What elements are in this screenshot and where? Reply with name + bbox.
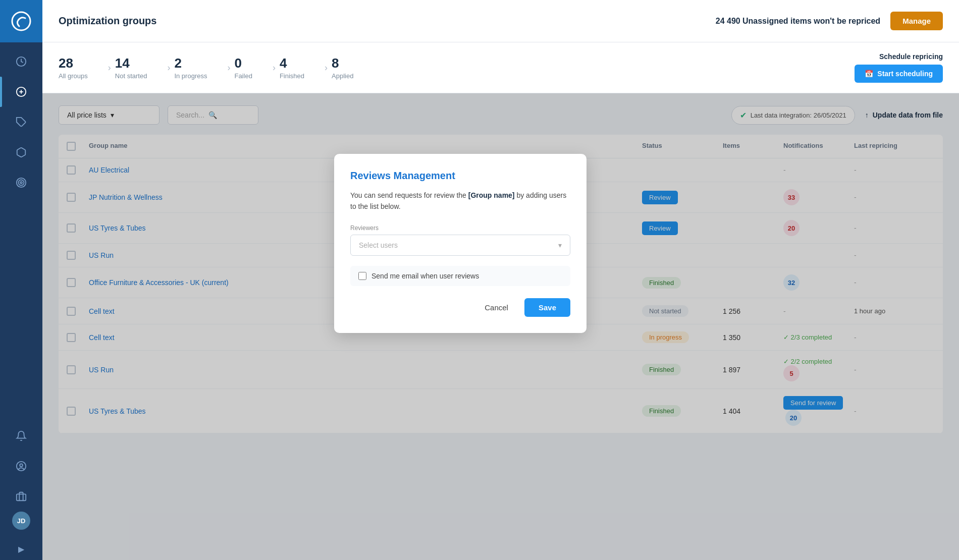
svg-point-10 xyxy=(20,464,23,467)
schedule-section: Schedule repricing 📅 Start scheduling xyxy=(855,52,943,83)
sidebar-item-targets[interactable] xyxy=(0,167,42,198)
calendar-icon: 📅 xyxy=(865,70,873,78)
content-area: All price lists ▾ Search... 🔍 ✔ Last dat… xyxy=(42,93,959,560)
unassigned-count: 24 490 Unassigned items won't be reprice… xyxy=(716,17,880,26)
svg-point-0 xyxy=(12,12,30,30)
select-users-dropdown[interactable]: Select users ▾ xyxy=(350,235,570,256)
stat-failed: 0 Failed xyxy=(234,55,268,80)
reviewers-label: Reviewers xyxy=(350,225,570,232)
stat-in-progress: 2 In progress xyxy=(174,55,223,80)
manage-button[interactable]: Manage xyxy=(890,12,943,30)
sidebar-item-bell[interactable] xyxy=(0,421,42,451)
modal-description: You can send requests for review the [Gr… xyxy=(350,190,570,212)
reviews-management-modal: Reviews Management You can send requests… xyxy=(334,154,587,333)
modal-actions: Cancel Save xyxy=(350,298,570,317)
sidebar-item-products[interactable] xyxy=(0,137,42,167)
sidebar-item-repricing[interactable] xyxy=(0,77,42,107)
email-checkbox-row: Send me email when user reviews xyxy=(350,266,570,286)
topbar-info: 24 490 Unassigned items won't be reprice… xyxy=(716,12,943,30)
email-notification-checkbox[interactable] xyxy=(358,272,366,280)
svg-point-7 xyxy=(19,180,24,186)
stats-bar: 28 All groups › 14 Not started › 2 In pr… xyxy=(42,42,959,93)
user-avatar[interactable]: JD xyxy=(12,512,30,530)
main-content: Optimization groups 24 490 Unassigned it… xyxy=(42,0,959,560)
sidebar-item-support[interactable] xyxy=(0,451,42,481)
cancel-button[interactable]: Cancel xyxy=(474,298,518,317)
topbar: Optimization groups 24 490 Unassigned it… xyxy=(42,0,959,42)
start-scheduling-button[interactable]: 📅 Start scheduling xyxy=(855,65,943,83)
svg-rect-11 xyxy=(17,494,26,500)
svg-point-8 xyxy=(20,182,22,184)
save-button[interactable]: Save xyxy=(524,298,570,317)
sidebar-item-briefcase[interactable] xyxy=(0,481,42,512)
stat-finished: 4 Finished xyxy=(280,55,321,80)
sidebar-item-clock[interactable] xyxy=(0,46,42,77)
modal-title: Reviews Management xyxy=(350,170,570,182)
sidebar-expand-button[interactable]: ▶ xyxy=(0,538,42,560)
modal-overlay: Reviews Management You can send requests… xyxy=(42,93,959,560)
app-logo[interactable] xyxy=(0,0,42,42)
stat-all-groups: 28 All groups xyxy=(59,55,104,80)
stat-applied: 8 Applied xyxy=(332,55,369,80)
sidebar: JD ▶ xyxy=(0,0,42,560)
chevron-down-icon: ▾ xyxy=(558,241,562,249)
page-title: Optimization groups xyxy=(59,15,716,27)
sidebar-item-tags[interactable] xyxy=(0,107,42,137)
stat-not-started: 14 Not started xyxy=(115,55,164,80)
